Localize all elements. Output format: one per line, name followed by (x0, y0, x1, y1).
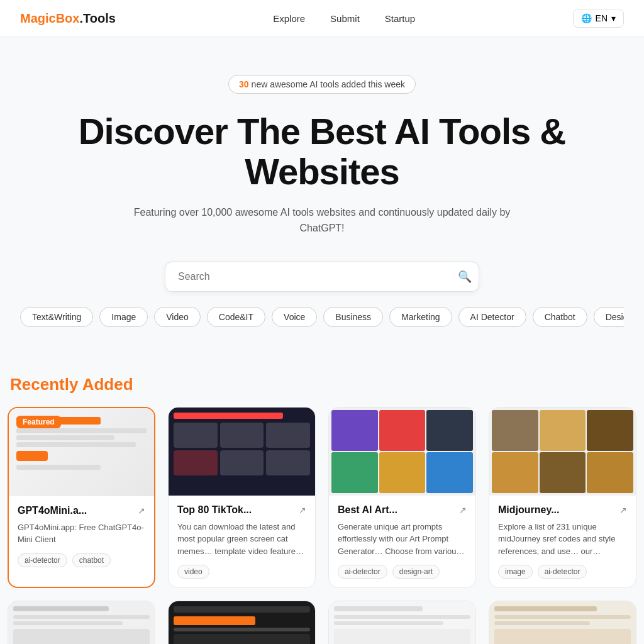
external-link-icon: ↗ (459, 505, 467, 515)
card-thumb-prayer: Create Personalized Prayers (489, 601, 636, 644)
thumb-detail (329, 408, 475, 496)
category-pills: Text&Writing Image Video Code&IT Voice B… (20, 292, 624, 335)
card-tiktok[interactable]: Top 80 TikTok... ↗ You can download the … (168, 407, 316, 589)
tag-ai-detector[interactable]: ai-detector (538, 565, 587, 579)
card-tags: video (177, 565, 306, 579)
nav-startup[interactable]: Startup (385, 13, 415, 24)
cat-voice[interactable]: Voice (272, 307, 317, 327)
cat-marketing[interactable]: Marketing (389, 307, 452, 327)
card-ai-art[interactable]: Best AI Art... ↗ Generate unique art pro… (328, 407, 476, 589)
section-title: Recently Added (8, 375, 636, 394)
thumb-detail (169, 601, 315, 644)
search-button[interactable]: 🔍 (458, 270, 472, 284)
tag-image[interactable]: image (498, 565, 533, 579)
card-prayer[interactable]: Create Personalized Prayers Prayer AI...… (489, 601, 636, 644)
hero-headline: Discover The Best AI Tools & Websites (39, 111, 605, 192)
card-midjourney[interactable]: Midjourney... ↗ Explore a list of 231 un… (489, 407, 636, 589)
chevron-down-icon: ▾ (611, 13, 616, 23)
hero-subtext: Featuring over 10,000 awesome AI tools w… (133, 204, 511, 236)
cards-grid-row2: Designer... ↗ AI Video (8, 601, 636, 644)
globe-icon: 🌐 (581, 13, 592, 23)
card-gpt4omini[interactable]: Featured GPT4oMini.a... ↗ (8, 407, 155, 589)
card-ai-video[interactable]: AI Video... ↗ (168, 601, 316, 644)
thumb-detail (16, 428, 147, 433)
card-thumb-midjourney (489, 408, 636, 496)
card-thumb-aiart (329, 408, 475, 496)
card-title-row: Midjourney... ↗ (498, 504, 627, 516)
thumb-detail (8, 601, 155, 644)
card-tags: ai-detector chatbot (18, 553, 145, 567)
card-desc: You can download the latest and most pop… (177, 521, 306, 558)
thumb-detail (174, 450, 310, 475)
card-body-gpt4: GPT4oMini.a... ↗ GPT4oMini.app: Free Cha… (9, 496, 154, 576)
card-title-row: GPT4oMini.a... ↗ (18, 505, 145, 516)
navbar: MagicBox.Tools Explore Submit Startup 🌐 … (0, 0, 644, 37)
hero-section: 30 new awesome AI tools added this week … (0, 37, 644, 360)
badge-count: 30 (239, 79, 249, 89)
card-title-row: Best AI Art... ↗ (338, 504, 467, 516)
thumb-detail (329, 601, 475, 644)
nav-logo[interactable]: MagicBox.Tools (20, 11, 116, 26)
cat-video[interactable]: Video (154, 307, 201, 327)
card-body-tiktok: Top 80 TikTok... ↗ You can download the … (169, 496, 315, 588)
thumb-detail (16, 451, 48, 461)
card-card2[interactable]: Card... ↗ (328, 601, 476, 644)
cat-business[interactable]: Business (323, 307, 383, 327)
search-icon: 🔍 (458, 270, 472, 283)
thumb-detail (16, 465, 101, 470)
cat-text-writing[interactable]: Text&Writing (20, 307, 93, 327)
thumb-detail (174, 423, 310, 448)
tag-video[interactable]: video (177, 565, 209, 579)
nav-links: Explore Submit Startup (273, 13, 415, 24)
thumb-detail: Create Personalized Prayers (489, 601, 636, 644)
thumb-detail (16, 442, 136, 447)
badge-text: new awesome AI tools added this week (252, 79, 405, 89)
tag-ai-detector[interactable]: ai-detector (18, 553, 67, 567)
nav-submit[interactable]: Submit (330, 13, 360, 24)
thumb-detail (489, 408, 636, 496)
thumb-detail (174, 413, 283, 419)
cat-design-art[interactable]: Design&Art (594, 307, 624, 327)
cards-grid-row1: Featured GPT4oMini.a... ↗ (8, 407, 636, 589)
logo-magicbox: MagicBox (20, 11, 79, 25)
card-title: Top 80 TikTok... (177, 504, 252, 516)
card-title: GPT4oMini.a... (18, 505, 87, 516)
thumb-detail (16, 435, 114, 440)
lang-label: EN (596, 13, 608, 23)
cat-image[interactable]: Image (99, 307, 148, 327)
logo-tools: .Tools (79, 11, 115, 25)
search-input[interactable] (165, 262, 479, 292)
tag-design-art[interactable]: design-art (392, 565, 440, 579)
card-body-midjourney: Midjourney... ↗ Explore a list of 231 un… (489, 496, 636, 588)
card-desc: Generate unique art prompts effortlessly… (338, 521, 467, 558)
card-tags: image ai-detector (498, 565, 627, 579)
recently-added-section: Recently Added Featured (8, 360, 636, 644)
card-designer[interactable]: Designer... ↗ (8, 601, 155, 644)
card-thumb-aivideo (169, 601, 315, 644)
new-tools-badge[interactable]: 30 new awesome AI tools added this week (228, 75, 416, 94)
card-thumb-card2 (329, 601, 475, 644)
card-body-aiart: Best AI Art... ↗ Generate unique art pro… (329, 496, 475, 588)
external-link-icon: ↗ (619, 505, 627, 515)
cat-chatbot[interactable]: Chatbot (533, 307, 587, 327)
cat-code-it[interactable]: Code&IT (207, 307, 265, 327)
cat-ai-detector[interactable]: AI Detector (458, 307, 526, 327)
external-link-icon: ↗ (299, 505, 306, 515)
search-container: 🔍 (165, 262, 479, 292)
tag-ai-detector[interactable]: ai-detector (338, 565, 387, 579)
card-title-row: Top 80 TikTok... ↗ (177, 504, 306, 516)
language-selector[interactable]: 🌐 EN ▾ (573, 9, 624, 28)
card-tags: ai-detector design-art (338, 565, 467, 579)
tag-chatbot[interactable]: chatbot (72, 553, 111, 567)
external-link-icon: ↗ (138, 506, 145, 516)
card-thumb-designer (8, 601, 155, 644)
card-desc: GPT4oMini.app: Free ChatGPT4o-Mini Clien… (18, 521, 145, 546)
nav-explore[interactable]: Explore (273, 13, 305, 24)
card-thumb-tiktok (169, 408, 315, 496)
card-title: Midjourney... (498, 504, 559, 516)
card-desc: Explore a list of 231 unique midJourney … (498, 521, 627, 558)
card-title: Best AI Art... (338, 504, 397, 516)
featured-badge: Featured (16, 416, 61, 428)
